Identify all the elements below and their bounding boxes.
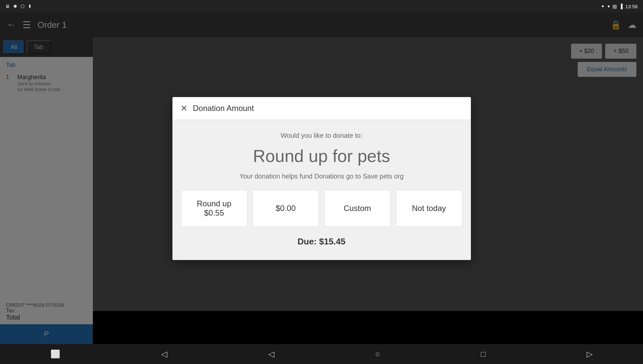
modal-body: Would you like to donate to: Round up fo…: [172, 120, 471, 260]
status-bar-left-icons: 🖥 ✱ ⬡ ⬆: [5, 4, 32, 9]
modal-org-name: Round up for pets: [253, 146, 390, 166]
modal-close-button[interactable]: ✕: [180, 104, 188, 113]
nav-bar: ⬜ ◁ ◁ ○ □ ▷: [0, 344, 643, 364]
due-amount: Due: $15.45: [297, 236, 346, 247]
modal-overlay: ✕ Donation Amount Would you like to dona…: [0, 13, 643, 344]
volume-up-icon[interactable]: ▷: [587, 349, 593, 359]
donate-zero-button[interactable]: $0.00: [253, 190, 319, 227]
back-nav-icon[interactable]: ◁: [268, 349, 274, 359]
donate-custom-button[interactable]: Custom: [324, 190, 391, 227]
status-bar-right-icons: ✦ ▾ ▨ ▐ 13:56: [601, 4, 638, 9]
cursor-icon: ✱: [13, 4, 17, 9]
recents-icon[interactable]: □: [481, 349, 486, 359]
usb-icon: ⬡: [21, 4, 25, 9]
sim-icon: ▨: [612, 4, 617, 9]
donation-options: Round up $0.55 $0.00 Custom Not today: [181, 190, 462, 227]
upload-icon: ⬆: [28, 4, 32, 9]
modal-description: Your donation helps fund Donations go to…: [239, 173, 404, 180]
time-display: 13:56: [625, 4, 638, 9]
battery-icon: ▐: [619, 4, 623, 9]
modal-title: Donation Amount: [193, 104, 254, 113]
wifi-icon: ▾: [608, 4, 610, 9]
home-icon[interactable]: ○: [375, 349, 380, 359]
volume-down-icon[interactable]: ◁: [161, 349, 167, 359]
modal-header: ✕ Donation Amount: [172, 97, 471, 120]
donate-not-today-button[interactable]: Not today: [396, 190, 462, 227]
camera-icon[interactable]: ⬜: [50, 349, 60, 359]
monitor-icon: 🖥: [5, 4, 10, 9]
status-bar: 🖥 ✱ ⬡ ⬆ ✦ ▾ ▨ ▐ 13:56: [0, 0, 643, 13]
bluetooth-icon: ✦: [601, 4, 605, 9]
donate-roundup-button[interactable]: Round up $0.55: [181, 190, 247, 227]
modal-subtitle: Would you like to donate to:: [281, 132, 362, 139]
donation-modal: ✕ Donation Amount Would you like to dona…: [172, 97, 471, 260]
